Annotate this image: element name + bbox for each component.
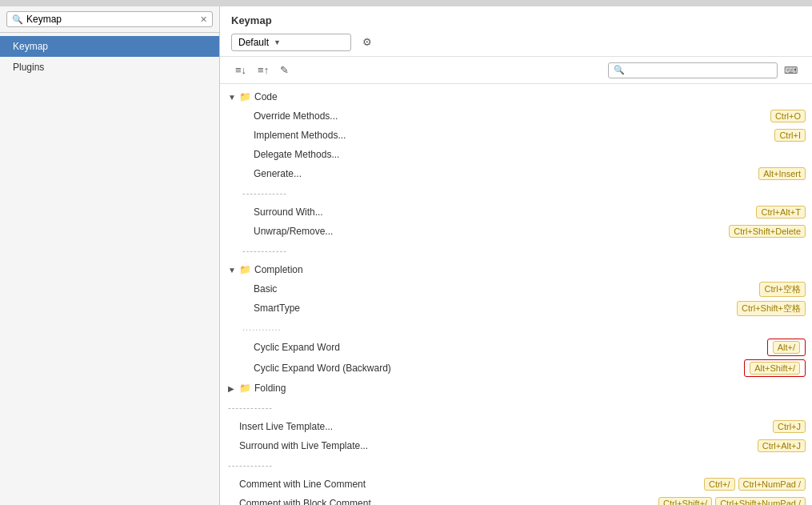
clear-icon[interactable]: ✕	[200, 14, 207, 25]
shortcuts-area: Ctrl+Shift+空格	[737, 301, 806, 316]
tree-item-unwrap[interactable]: Unwrap/Remove...Ctrl+Shift+Delete	[220, 222, 812, 241]
tree-item-sep3: ............	[220, 318, 812, 337]
shortcuts-area: Ctrl+O	[770, 110, 806, 122]
tree-item-basic[interactable]: BasicCtrl+空格	[220, 279, 812, 299]
item-label: Insert Live Template...	[239, 421, 773, 432]
shortcut-badge: Alt+Insert	[758, 167, 806, 180]
keymap-title: Keymap	[231, 14, 801, 26]
item-label: Comment with Line Comment	[239, 479, 704, 490]
tree-item-comment-block[interactable]: Comment with Block CommentCtrl+Shift+/Ct…	[220, 494, 812, 505]
sidebar-nav: Keymap Plugins	[0, 33, 219, 505]
item-label: Cyclic Expand Word	[254, 342, 767, 353]
shortcut-badge: Ctrl+/	[704, 478, 735, 491]
search-bar: 🔍 ✕	[0, 6, 219, 33]
shortcuts-area: Alt+Insert	[758, 167, 806, 180]
tree-item-delegate[interactable]: Delegate Methods...	[220, 145, 812, 164]
shortcut-badge: Ctrl+Alt+T	[756, 206, 806, 218]
item-label: Surround with Live Template...	[239, 440, 758, 451]
tree-item-completion[interactable]: ▼📁Completion	[220, 260, 812, 279]
shortcuts-area: Ctrl+J	[773, 420, 806, 433]
shortcut-badge: Ctrl+Shift+/	[658, 497, 712, 505]
tree-item-implement[interactable]: Implement Methods...Ctrl+I	[220, 126, 812, 145]
sidebar-item-plugins[interactable]: Plugins	[0, 57, 219, 78]
tree-item-sep4: ------------	[220, 398, 812, 417]
sidebar: 🔍 ✕ Keymap Plugins	[0, 6, 220, 505]
shortcuts-area: Ctrl+Alt+T	[756, 206, 806, 218]
item-label: Delegate Methods...	[254, 149, 802, 160]
item-label: Override Methods...	[254, 110, 770, 122]
item-label: Comment with Block Comment	[239, 498, 658, 505]
shortcut-badge: Ctrl+J	[773, 420, 806, 433]
expand-arrow[interactable]: ▼	[228, 93, 239, 102]
item-label: Unwrap/Remove...	[254, 226, 729, 237]
shortcut-badge: Ctrl+Shift+Delete	[729, 225, 806, 238]
separator: ------------	[228, 460, 802, 470]
separator: ------------	[228, 403, 802, 412]
shortcut-badge: Ctrl+I	[774, 129, 806, 142]
collapse-all-button[interactable]: ≡↓	[231, 62, 250, 78]
keymap-search-input[interactable]	[628, 65, 772, 76]
tree-item-folding[interactable]: ▶📁Folding	[220, 379, 812, 398]
tree-item-generate[interactable]: Generate...Alt+Insert	[220, 164, 812, 183]
dropdown-value: Default	[238, 37, 269, 48]
expand-arrow[interactable]: ▶	[228, 384, 239, 393]
tree-item-surround-live[interactable]: Surround with Live Template...Ctrl+Alt+J	[220, 436, 812, 455]
separator: ............	[242, 323, 802, 332]
item-label: SmartType	[254, 303, 737, 314]
find-shortcut-button[interactable]: ⌨	[781, 63, 801, 78]
main-container: 🔍 ✕ Keymap Plugins Keymap Default ▼ ⚙	[0, 6, 812, 505]
tree-item-cyclic[interactable]: Cyclic Expand WordAlt+/	[220, 337, 812, 358]
shortcut-badge: Ctrl+空格	[759, 282, 806, 297]
separator: ------------	[242, 188, 802, 198]
tree-item-override[interactable]: Override Methods...Ctrl+O	[220, 106, 812, 126]
expand-all-button[interactable]: ≡↑	[254, 62, 273, 78]
item-label: Completion	[254, 264, 802, 275]
item-label: Folding	[254, 383, 802, 394]
separator: ------------	[242, 246, 802, 255]
shortcuts-area: Alt+Shift+/	[744, 359, 806, 377]
tree-item-smarttype[interactable]: SmartTypeCtrl+Shift+空格	[220, 299, 812, 318]
shortcuts-area: Ctrl+/Ctrl+NumPad /	[704, 478, 806, 491]
item-label: Surround With...	[254, 206, 756, 218]
keymap-dropdown[interactable]: Default ▼	[231, 34, 351, 51]
folder-icon: 📁	[239, 91, 251, 102]
action-toolbar: ≡↓ ≡↑ ✎ 🔍 ⌨	[220, 57, 812, 84]
shortcuts-area: Alt+/	[767, 339, 806, 356]
keymap-toolbar: Default ▼ ⚙	[231, 33, 801, 51]
chevron-down-icon: ▼	[274, 38, 281, 46]
tree-item-surround[interactable]: Surround With...Ctrl+Alt+T	[220, 202, 812, 222]
shortcut-badge: Alt+Shift+/	[750, 362, 800, 375]
tree-list: ▼📁CodeOverride Methods...Ctrl+OImplement…	[220, 84, 812, 505]
item-label: Implement Methods...	[254, 130, 774, 141]
search-right-wrapper: 🔍	[608, 62, 778, 78]
item-label: Cyclic Expand Word (Backward)	[254, 363, 744, 374]
shortcut-badge: Ctrl+Alt+J	[758, 439, 806, 452]
sidebar-search-input[interactable]	[26, 14, 197, 25]
tree-item-code[interactable]: ▼📁Code	[220, 87, 812, 106]
shortcuts-area: Ctrl+Shift+/Ctrl+Shift+NumPad /	[658, 497, 806, 505]
sidebar-item-keymap[interactable]: Keymap	[0, 36, 219, 57]
shortcut-badge: Ctrl+Shift+NumPad /	[715, 497, 806, 505]
main-content: Keymap Default ▼ ⚙ ≡↓ ≡↑ ✎ 🔍 ⌨ ▼📁CodeOve…	[220, 6, 812, 505]
shortcut-badge: Ctrl+O	[770, 110, 806, 122]
expand-arrow[interactable]: ▼	[228, 266, 239, 275]
tree-item-cyclic-back[interactable]: Cyclic Expand Word (Backward)Alt+Shift+/	[220, 358, 812, 379]
tree-item-comment-line[interactable]: Comment with Line CommentCtrl+/Ctrl+NumP…	[220, 475, 812, 494]
search-icon: 🔍	[12, 14, 23, 25]
tree-item-insert-live[interactable]: Insert Live Template...Ctrl+J	[220, 417, 812, 436]
shortcuts-area: Ctrl+Shift+Delete	[729, 225, 806, 238]
search-right-icon: 🔍	[614, 65, 625, 75]
keymap-header: Keymap Default ▼ ⚙	[220, 6, 812, 57]
shortcuts-area: Ctrl+空格	[759, 282, 806, 297]
shortcut-badge: Ctrl+Shift+空格	[737, 301, 806, 316]
item-label: Code	[254, 91, 802, 102]
edit-button[interactable]: ✎	[276, 62, 293, 78]
item-label: Generate...	[254, 168, 758, 179]
shortcut-badge: Alt+/	[773, 341, 800, 354]
folder-icon: 📁	[239, 383, 251, 394]
gear-button[interactable]: ⚙	[358, 33, 377, 51]
folder-icon: 📁	[239, 264, 251, 275]
shortcuts-area: Ctrl+Alt+J	[758, 439, 806, 452]
top-bar	[0, 0, 812, 6]
shortcuts-area: Ctrl+I	[774, 129, 806, 142]
